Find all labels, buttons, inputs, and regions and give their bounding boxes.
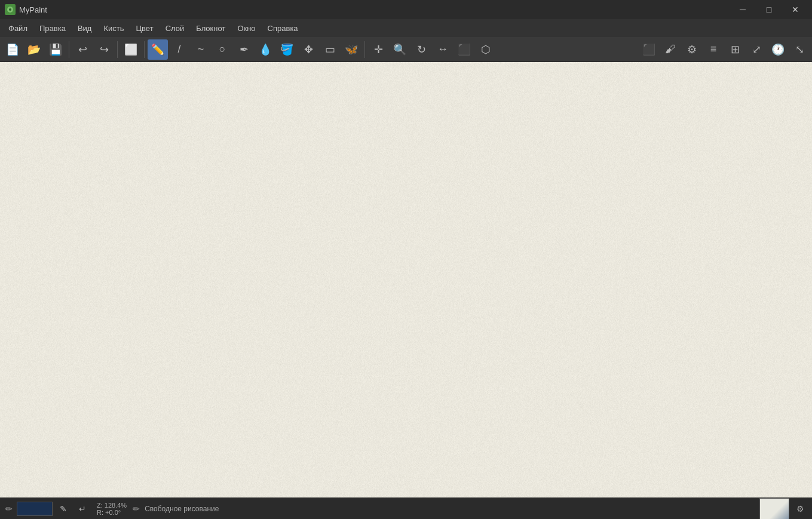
toolbar-btn-erase[interactable]: ⬜ [121,39,141,60]
toolbar-btn-move[interactable]: ✥ [298,39,318,60]
toolbar-separator [144,41,145,58]
toolbar: 📄📂💾↩↪⬜✏️/~○✒💧🪣✥▭🦋✛🔍↻↔⬛⬡ ⬛🖌⚙≡⊞⤢🕐⤡ [0,37,812,62]
toolbar-btn-fill[interactable]: 🪣 [277,39,297,60]
status-right: ⚙ [759,498,808,520]
toolbar-btn-bezier[interactable]: ~ [191,39,211,60]
menu-item-view[interactable]: Вид [72,22,98,35]
maximize-button[interactable]: □ [757,1,781,18]
toolbar-btn-eyedrop[interactable]: 💧 [255,39,275,60]
toolbar-btn-fullscreen[interactable]: ⤢ [746,39,767,60]
toolbar-btn-paint[interactable]: ✏️ [148,39,168,60]
menu-item-brush[interactable]: Кисть [97,22,130,35]
app-icon [5,4,16,15]
toolbar-btn-ellipse[interactable]: ○ [212,39,232,60]
color-history-button[interactable]: ↵ [74,500,91,517]
toolbar-btn-select-area[interactable]: ⬡ [476,39,496,60]
svg-point-2 [9,8,11,11]
toolbar-btn-zoom-in[interactable]: 🔍 [390,39,410,60]
toolbar-separator [117,41,118,58]
toolbar-btn-settings-panel[interactable]: ⚙ [682,39,702,60]
toolbar-left: 📄📂💾↩↪⬜✏️/~○✒💧🪣✥▭🦋✛🔍↻↔⬛⬡ [2,39,496,60]
toolbar-btn-grid-panel[interactable]: ⊞ [725,39,745,60]
menu-item-scratchpad[interactable]: Блокнот [190,22,231,35]
menu-item-file[interactable]: Файл [2,22,33,35]
toolbar-btn-flip-h[interactable]: ↔ [433,39,453,60]
app-title: MyPaint [19,5,731,14]
edit-color-button[interactable]: ✎ [55,500,72,517]
toolbar-btn-clock[interactable]: 🕐 [768,39,788,60]
close-button[interactable]: ✕ [783,1,807,18]
toolbar-btn-rotate[interactable]: ↻ [411,39,431,60]
toolbar-separator [364,41,365,58]
toolbar-btn-zoom-box[interactable]: ⬛ [454,39,474,60]
color-swatch[interactable] [17,502,53,516]
toolbar-btn-colors-panel[interactable]: ⬛ [639,39,659,60]
menu-item-help[interactable]: Справка [262,22,304,35]
toolbar-btn-save[interactable]: 💾 [45,39,66,60]
free-drawing-label: Свободное рисование [145,505,219,513]
status-settings-button[interactable]: ⚙ [792,500,808,517]
toolbar-btn-frame[interactable]: ▭ [320,39,340,60]
toolbar-btn-brushes-panel[interactable]: 🖌 [660,39,681,60]
statusbar: ✏ ✎ ↵ Z: 128.4% R: +0.0° ✏ Свободное рис… [0,497,812,519]
toolbar-btn-pan[interactable]: ✛ [368,39,388,60]
menu-item-edit[interactable]: Правка [33,22,72,35]
toolbar-btn-expand[interactable]: ⤡ [789,39,810,60]
toolbar-btn-open[interactable]: 📂 [24,39,44,60]
toolbar-btn-new[interactable]: 📄 [2,39,23,60]
toolbar-btn-layers-panel[interactable]: ≡ [703,39,724,60]
toolbar-btn-line[interactable]: / [169,39,189,60]
toolbar-btn-butterfly[interactable]: 🦋 [341,39,361,60]
menubar: ФайлПравкаВидКистьЦветСлойБлокнотОкноСпр… [0,19,812,37]
toolbar-btn-redo[interactable]: ↪ [94,39,114,60]
titlebar: MyPaint ─ □ ✕ [0,0,812,19]
menu-item-color[interactable]: Цвет [130,22,159,35]
menu-item-window[interactable]: Окно [231,22,261,35]
toolbar-btn-undo[interactable]: ↩ [72,39,93,60]
brush-small-icon: ✏ [133,504,140,514]
menu-item-layer[interactable]: Слой [160,22,191,35]
minimize-button[interactable]: ─ [731,1,755,18]
brush-indicator[interactable]: ✏ [4,503,14,514]
toolbar-separator [69,41,69,58]
toolbar-right: ⬛🖌⚙≡⊞⤢🕐⤡ [639,39,810,60]
toolbar-btn-ink[interactable]: ✒ [234,39,254,60]
canvas-area[interactable] [0,62,812,497]
thumbnail-image [760,499,789,519]
zoom-info: Z: 128.4% R: +0.0° [97,502,127,516]
window-controls: ─ □ ✕ [731,1,807,18]
canvas-thumbnail [759,498,789,520]
